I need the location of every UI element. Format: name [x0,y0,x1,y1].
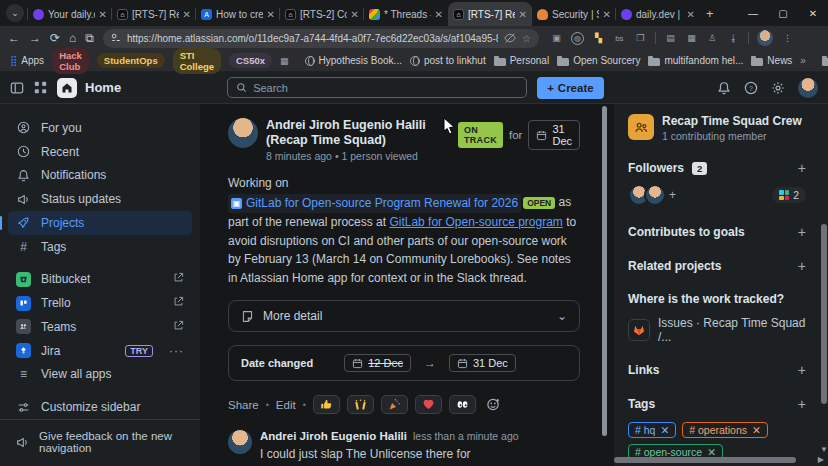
home-icon[interactable]: ⌂ [69,32,76,44]
add-follower-icon[interactable]: + [669,188,676,202]
edit-button[interactable]: Edit [276,399,296,411]
extension-icon[interactable]: bs [613,32,626,45]
add-goal-icon[interactable]: + [798,224,806,240]
main-scrollbar[interactable] [602,106,607,436]
share-button[interactable]: Share [228,399,259,411]
password-manager-icon[interactable]: ◍ [571,32,584,45]
program-link[interactable]: GitLab for Open-source program [389,215,562,229]
scroll-down-arrow-icon[interactable]: ▼ [820,445,828,454]
browser-tab-active[interactable]: ⌂[RTS-7] Reca✕ [448,2,532,26]
add-reaction-icon[interactable] [486,397,501,412]
user-avatar[interactable] [798,78,818,98]
bookmark-folder[interactable]: Open Sourcery [557,55,640,66]
bookmarks-overflow-icon[interactable]: » [800,55,806,66]
sidebar-item-status-updates[interactable]: Status updates [8,187,192,211]
extension-icon[interactable]: ▚ [592,32,605,45]
bookmark-folder[interactable]: Personal [494,55,549,66]
settings-gear-icon[interactable] [771,81,785,95]
browser-tab[interactable]: * Threads -✕ [364,2,448,26]
slack-followers-chip[interactable]: 2 [772,187,806,203]
browser-tab[interactable]: Security | S✕ [532,2,616,26]
thumbs-up-reaction[interactable] [313,395,340,414]
team-row[interactable]: Recap Time Squad Crew 1 contributing mem… [628,114,806,142]
issue-link-chip[interactable]: ▣GitLab for Open-source Program Renewal … [228,194,521,213]
browser-tab[interactable]: Your daily.d✕ [28,2,112,26]
sidebar-item-trello[interactable]: Trello [8,291,192,315]
sidebar-item-bitbucket[interactable]: Bitbucket [8,268,192,292]
close-tab-icon[interactable]: ✕ [435,9,443,20]
party-popper-reaction[interactable] [381,395,408,414]
home-product-logo[interactable] [57,78,77,98]
maximize-button[interactable]: ▢ [768,8,798,19]
close-tab-icon[interactable]: ✕ [603,9,611,20]
eyes-reaction[interactable] [449,395,476,414]
forward-icon[interactable]: → [29,32,41,44]
sidebar-item-teams[interactable]: Teams [8,315,192,339]
tag-hq[interactable]: # hq✕ [628,422,676,438]
collapse-sidebar-icon[interactable] [10,81,24,95]
remove-tag-icon[interactable]: ✕ [752,424,761,436]
bookmark-item[interactable]: post to linkhut [410,55,486,66]
right-panel-vertical-scrollbar[interactable] [821,224,827,404]
extension-icon[interactable]: ▣ [550,32,563,45]
tab-groups-icon[interactable]: ▦ [685,32,698,45]
author-name[interactable]: Andrei Jiroh Eugenio Halili (Recap Time … [266,118,450,148]
add-follower-icon[interactable]: + [798,160,806,176]
sidebar-item-customize[interactable]: Customize sidebar [8,395,192,419]
status-badge[interactable]: ON TRACK [458,122,503,148]
tab-group-hack-club[interactable]: Hack Club [52,48,89,74]
browser-tab[interactable]: AHow to crea✕ [196,2,280,26]
tab-search-button[interactable]: ⌄ [6,4,24,22]
browser-menu-icon[interactable]: ⋮ [781,32,794,45]
tracked-item[interactable]: Issues · Recap Time Squad /... [628,316,806,344]
create-button[interactable]: +Create [537,77,604,99]
add-tag-icon[interactable]: + [798,396,806,412]
sidebar-item-view-all-apps[interactable]: ≡View all apps [8,362,192,386]
close-tab-icon[interactable]: ✕ [183,9,191,20]
browser-tab[interactable]: ⌂[RTS-2] Con✕ [280,2,364,26]
search-input[interactable] [253,82,518,94]
search-box[interactable] [227,77,527,98]
back-icon[interactable]: ← [8,32,20,44]
commenter-name[interactable]: Andrei Jiroh Eugenio Halili [260,430,407,442]
commenter-avatar[interactable] [228,430,252,454]
hidden-password-icon[interactable] [504,32,516,44]
add-related-project-icon[interactable]: + [798,258,806,274]
tab-group-studentops[interactable]: StudentOps [97,53,165,68]
target-date-chip[interactable]: 31 Dec [528,120,580,150]
profile-shortcut-icon[interactable]: ♙ [706,32,719,45]
notifications-bell-icon[interactable] [717,81,731,95]
bookmark-item[interactable]: Hypothesis Book... [305,55,402,66]
author-avatar[interactable] [228,118,258,148]
more-options-icon[interactable]: ··· [169,344,184,358]
site-settings-icon[interactable] [111,33,121,43]
browser-profile-avatar[interactable] [757,30,773,46]
browser-tab[interactable]: daily.dev |✕ [616,2,700,26]
browser-tab[interactable]: ⌂[RTS-7] Reca✕ [112,2,196,26]
new-tab-button[interactable]: + [706,6,714,21]
close-tab-icon[interactable]: ✕ [267,9,275,20]
tab-groups-grid-icon[interactable]: ▦ [280,54,289,67]
apps-shortcut[interactable]: ⣿Apps [10,55,44,66]
remove-tag-icon[interactable]: ✕ [660,424,669,436]
url-text[interactable]: https://home.atlassian.com/o/11dec9a7-a7… [127,33,498,44]
more-detail-card[interactable]: More detail ⌄ [228,300,580,332]
right-panel-horizontal-scrollbar[interactable] [614,457,796,463]
split-view-icon[interactable]: ⧉ [85,32,94,44]
sidebar-footer[interactable]: Give feedback on the new navigation [0,419,200,466]
reading-list-icon[interactable]: ▤ [664,32,677,45]
sidebar-item-recent[interactable]: Recent [8,140,192,164]
close-tab-icon[interactable]: ✕ [519,9,527,20]
close-tab-icon[interactable]: ✕ [687,9,695,20]
sidebar-item-jira[interactable]: JiraTRY··· [8,339,192,363]
minimize-button[interactable]: — [738,8,768,19]
tag-operations[interactable]: # operations✕ [682,422,768,438]
tab-group-sti-college[interactable]: STI College [173,48,221,74]
raised-hands-reaction[interactable] [347,395,374,414]
help-icon[interactable]: ? [744,81,758,95]
all-bookmarks[interactable]: All Bookmarks [822,55,828,66]
tab-group-cs50x[interactable]: CS50x [229,53,272,68]
heart-reaction[interactable] [415,395,442,414]
app-switcher-icon[interactable] [34,81,47,94]
bookmark-folder[interactable]: multifandom hel... [648,55,743,66]
